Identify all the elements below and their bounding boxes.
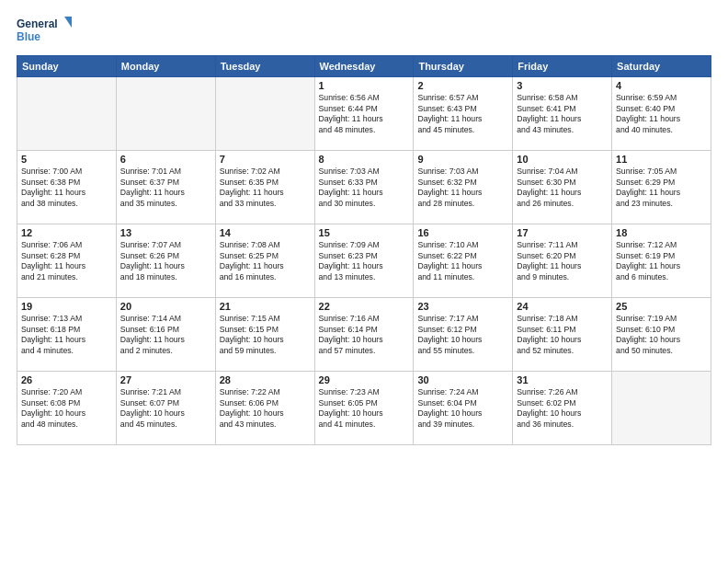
logo-svg: General Blue [17, 15, 72, 48]
cell-info: Sunrise: 7:00 AMSunset: 6:38 PMDaylight:… [21, 167, 112, 210]
calendar-cell: 15Sunrise: 7:09 AMSunset: 6:23 PMDayligh… [314, 224, 414, 298]
calendar-cell: 11Sunrise: 7:05 AMSunset: 6:29 PMDayligh… [612, 151, 711, 224]
day-number: 9 [417, 154, 508, 165]
day-number: 25 [616, 301, 707, 312]
calendar-cell: 16Sunrise: 7:10 AMSunset: 6:22 PMDayligh… [414, 224, 513, 298]
cell-info: Sunrise: 7:19 AMSunset: 6:10 PMDaylight:… [616, 314, 707, 357]
page: General Blue SundayMondayTuesdayWednesda… [0, 0, 728, 563]
week-row-1: 1Sunrise: 6:56 AMSunset: 6:44 PMDaylight… [17, 77, 711, 151]
day-number: 19 [21, 301, 112, 312]
calendar-cell: 2Sunrise: 6:57 AMSunset: 6:43 PMDaylight… [414, 77, 513, 151]
cell-info: Sunrise: 6:59 AMSunset: 6:40 PMDaylight:… [616, 93, 707, 136]
cell-info: Sunrise: 6:57 AMSunset: 6:43 PMDaylight:… [417, 93, 508, 136]
calendar-cell [215, 77, 314, 151]
day-header-monday: Monday [116, 56, 215, 77]
day-number: 2 [417, 80, 508, 91]
logo: General Blue [17, 15, 72, 48]
calendar-cell: 29Sunrise: 7:23 AMSunset: 6:05 PMDayligh… [314, 372, 414, 445]
calendar-cell [612, 372, 711, 445]
day-number: 24 [517, 301, 608, 312]
cell-info: Sunrise: 7:23 AMSunset: 6:05 PMDaylight:… [319, 387, 410, 431]
day-number: 20 [120, 301, 211, 312]
day-number: 28 [220, 374, 311, 385]
cell-info: Sunrise: 7:04 AMSunset: 6:30 PMDaylight:… [517, 167, 608, 210]
day-number: 23 [417, 301, 508, 312]
calendar-cell: 8Sunrise: 7:03 AMSunset: 6:33 PMDaylight… [314, 151, 414, 224]
cell-info: Sunrise: 7:09 AMSunset: 6:23 PMDaylight:… [319, 240, 410, 283]
cell-info: Sunrise: 7:24 AMSunset: 6:04 PMDaylight:… [417, 387, 508, 431]
calendar-table: SundayMondayTuesdayWednesdayThursdayFrid… [17, 55, 711, 445]
cell-info: Sunrise: 7:06 AMSunset: 6:28 PMDaylight:… [21, 240, 112, 283]
day-number: 18 [616, 227, 707, 238]
calendar-cell [116, 77, 215, 151]
header: General Blue [17, 15, 711, 48]
day-number: 26 [21, 374, 112, 385]
week-row-5: 26Sunrise: 7:20 AMSunset: 6:08 PMDayligh… [17, 372, 711, 445]
calendar-cell: 1Sunrise: 6:56 AMSunset: 6:44 PMDaylight… [314, 77, 414, 151]
calendar-cell: 31Sunrise: 7:26 AMSunset: 6:02 PMDayligh… [513, 372, 612, 445]
day-number: 13 [120, 227, 211, 238]
cell-info: Sunrise: 7:14 AMSunset: 6:16 PMDaylight:… [120, 314, 211, 357]
week-row-4: 19Sunrise: 7:13 AMSunset: 6:18 PMDayligh… [17, 298, 711, 372]
calendar-cell: 4Sunrise: 6:59 AMSunset: 6:40 PMDaylight… [612, 77, 711, 151]
day-number: 16 [417, 227, 508, 238]
day-number: 14 [220, 227, 311, 238]
calendar-cell: 14Sunrise: 7:08 AMSunset: 6:25 PMDayligh… [215, 224, 314, 298]
cell-info: Sunrise: 7:15 AMSunset: 6:15 PMDaylight:… [220, 314, 311, 357]
day-number: 3 [517, 80, 608, 91]
cell-info: Sunrise: 6:56 AMSunset: 6:44 PMDaylight:… [319, 93, 410, 136]
calendar-cell: 30Sunrise: 7:24 AMSunset: 6:04 PMDayligh… [414, 372, 513, 445]
calendar-cell: 18Sunrise: 7:12 AMSunset: 6:19 PMDayligh… [612, 224, 711, 298]
day-number: 6 [120, 154, 211, 165]
day-number: 27 [120, 374, 211, 385]
calendar-cell: 17Sunrise: 7:11 AMSunset: 6:20 PMDayligh… [513, 224, 612, 298]
day-number: 17 [517, 227, 608, 238]
week-row-3: 12Sunrise: 7:06 AMSunset: 6:28 PMDayligh… [17, 224, 711, 298]
cell-info: Sunrise: 7:22 AMSunset: 6:06 PMDaylight:… [220, 387, 311, 431]
week-row-2: 5Sunrise: 7:00 AMSunset: 6:38 PMDaylight… [17, 151, 711, 224]
day-number: 31 [517, 374, 608, 385]
cell-info: Sunrise: 6:58 AMSunset: 6:41 PMDaylight:… [517, 93, 608, 136]
svg-marker-2 [64, 17, 72, 28]
day-number: 10 [517, 154, 608, 165]
day-number: 5 [21, 154, 112, 165]
cell-info: Sunrise: 7:05 AMSunset: 6:29 PMDaylight:… [616, 167, 707, 210]
cell-info: Sunrise: 7:16 AMSunset: 6:14 PMDaylight:… [319, 314, 410, 357]
day-number: 11 [616, 154, 707, 165]
cell-info: Sunrise: 7:12 AMSunset: 6:19 PMDaylight:… [616, 240, 707, 283]
svg-text:Blue: Blue [17, 30, 40, 43]
cell-info: Sunrise: 7:02 AMSunset: 6:35 PMDaylight:… [220, 167, 311, 210]
cell-info: Sunrise: 7:21 AMSunset: 6:07 PMDaylight:… [120, 387, 211, 431]
day-number: 21 [220, 301, 311, 312]
calendar-cell: 23Sunrise: 7:17 AMSunset: 6:12 PMDayligh… [414, 298, 513, 372]
day-number: 7 [220, 154, 311, 165]
cell-info: Sunrise: 7:17 AMSunset: 6:12 PMDaylight:… [417, 314, 508, 357]
day-header-saturday: Saturday [612, 56, 711, 77]
cell-info: Sunrise: 7:18 AMSunset: 6:11 PMDaylight:… [517, 314, 608, 357]
calendar-cell: 24Sunrise: 7:18 AMSunset: 6:11 PMDayligh… [513, 298, 612, 372]
day-number: 22 [319, 301, 410, 312]
calendar-cell: 28Sunrise: 7:22 AMSunset: 6:06 PMDayligh… [215, 372, 314, 445]
calendar-cell: 5Sunrise: 7:00 AMSunset: 6:38 PMDaylight… [17, 151, 117, 224]
calendar-cell: 26Sunrise: 7:20 AMSunset: 6:08 PMDayligh… [17, 372, 117, 445]
day-number: 1 [319, 80, 410, 91]
calendar-cell: 20Sunrise: 7:14 AMSunset: 6:16 PMDayligh… [116, 298, 215, 372]
calendar-cell: 27Sunrise: 7:21 AMSunset: 6:07 PMDayligh… [116, 372, 215, 445]
cell-info: Sunrise: 7:03 AMSunset: 6:33 PMDaylight:… [319, 167, 410, 210]
cell-info: Sunrise: 7:08 AMSunset: 6:25 PMDaylight:… [220, 240, 311, 283]
cell-info: Sunrise: 7:01 AMSunset: 6:37 PMDaylight:… [120, 167, 211, 210]
calendar-header-row: SundayMondayTuesdayWednesdayThursdayFrid… [17, 56, 711, 77]
day-number: 4 [616, 80, 707, 91]
calendar-cell: 22Sunrise: 7:16 AMSunset: 6:14 PMDayligh… [314, 298, 414, 372]
day-number: 30 [417, 374, 508, 385]
day-number: 12 [21, 227, 112, 238]
cell-info: Sunrise: 7:26 AMSunset: 6:02 PMDaylight:… [517, 387, 608, 431]
calendar-cell [17, 77, 117, 151]
calendar-cell: 12Sunrise: 7:06 AMSunset: 6:28 PMDayligh… [17, 224, 117, 298]
day-header-friday: Friday [513, 56, 612, 77]
calendar-cell: 7Sunrise: 7:02 AMSunset: 6:35 PMDaylight… [215, 151, 314, 224]
calendar-cell: 10Sunrise: 7:04 AMSunset: 6:30 PMDayligh… [513, 151, 612, 224]
day-header-sunday: Sunday [17, 56, 117, 77]
cell-info: Sunrise: 7:03 AMSunset: 6:32 PMDaylight:… [417, 167, 508, 210]
day-header-thursday: Thursday [414, 56, 513, 77]
